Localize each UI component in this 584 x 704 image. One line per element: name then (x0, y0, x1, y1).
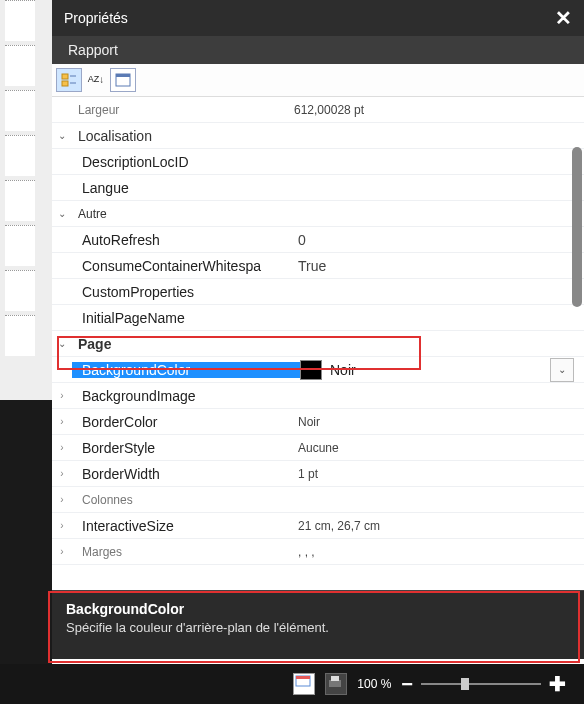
chevron-down-icon[interactable]: ⌄ (52, 208, 72, 219)
print-layout-icon[interactable] (325, 673, 347, 695)
property-pages-button[interactable] (110, 68, 136, 92)
zoom-track[interactable] (421, 683, 541, 685)
chevron-right-icon[interactable]: › (52, 468, 72, 479)
prop-value: 612,00028 pt (288, 103, 584, 117)
zoom-thumb[interactable] (461, 678, 469, 690)
zoom-value: 100 % (357, 677, 391, 691)
description-text: Spécifie la couleur d'arrière-plan de l'… (66, 620, 570, 635)
chevron-right-icon[interactable]: › (52, 442, 72, 453)
zoom-in-button[interactable]: ✚ (549, 672, 566, 696)
categorized-view-button[interactable] (56, 68, 82, 92)
status-bar: 100 % − ✚ (0, 664, 584, 704)
backgroundcolor-input[interactable] (328, 361, 452, 379)
category-autre[interactable]: ⌄ Autre (52, 201, 584, 227)
prop-row-colonnes[interactable]: › Colonnes (52, 487, 584, 513)
alpha-sort-button[interactable]: AZ↓ (84, 68, 108, 90)
category-page[interactable]: ⌄ Page (52, 331, 584, 357)
category-localisation[interactable]: ⌄ Localisation (52, 123, 584, 149)
svg-rect-1 (62, 81, 68, 86)
close-icon[interactable]: ✕ (555, 6, 572, 30)
property-grid[interactable]: Largeur 612,00028 pt ⌄ Localisation Desc… (52, 97, 584, 590)
prop-row-borderstyle[interactable]: › BorderStyle Aucune (52, 435, 584, 461)
properties-toolbar: AZ↓ (52, 64, 584, 97)
zoom-out-button[interactable]: − (401, 673, 413, 696)
prop-row-backgroundcolor[interactable]: BackgroundColor ⌄ (52, 357, 584, 383)
scrollbar-thumb[interactable] (572, 147, 582, 307)
chevron-right-icon[interactable]: › (52, 546, 72, 557)
svg-rect-9 (331, 676, 339, 681)
prop-row-bordercolor[interactable]: › BorderColor Noir (52, 409, 584, 435)
left-ruler-strip (0, 0, 52, 704)
prop-row-customproperties[interactable]: CustomProperties (52, 279, 584, 305)
properties-panel: Propriétés ✕ Rapport AZ↓ Largeur 612,000… (52, 0, 584, 659)
property-description-box: BackgroundColor Spécifie la couleur d'ar… (52, 590, 584, 659)
chevron-right-icon[interactable]: › (52, 390, 72, 401)
prop-row-borderwidth[interactable]: › BorderWidth 1 pt (52, 461, 584, 487)
prop-row-marges[interactable]: › Marges , , , (52, 539, 584, 565)
chevron-down-icon[interactable]: ⌄ (52, 338, 72, 349)
chevron-down-icon[interactable]: ⌄ (52, 130, 72, 141)
chevron-right-icon[interactable]: › (52, 520, 72, 531)
chevron-right-icon[interactable]: › (52, 416, 72, 427)
panel-title: Propriétés (64, 10, 128, 26)
dropdown-button[interactable]: ⌄ (550, 358, 574, 382)
prop-row-interactivesize[interactable]: › InteractiveSize 21 cm, 26,7 cm (52, 513, 584, 539)
zoom-slider[interactable]: − ✚ (401, 672, 566, 696)
selected-object-name: Rapport (52, 36, 584, 64)
prop-row-langue[interactable]: Langue (52, 175, 584, 201)
svg-rect-8 (329, 680, 341, 687)
prop-row-consumecontainerwhitespace[interactable]: ConsumeContainerWhitespa True (52, 253, 584, 279)
chevron-right-icon[interactable]: › (52, 494, 72, 505)
screen-layout-icon[interactable] (293, 673, 315, 695)
description-title: BackgroundColor (66, 601, 570, 617)
prop-row-backgroundimage[interactable]: › BackgroundImage (52, 383, 584, 409)
svg-rect-0 (62, 74, 68, 79)
color-swatch (300, 360, 322, 380)
svg-rect-7 (296, 676, 310, 679)
prop-row-initialpagename[interactable]: InitialPageName (52, 305, 584, 331)
prop-label: Largeur (72, 103, 288, 117)
svg-rect-5 (116, 74, 130, 77)
prop-row-autorefresh[interactable]: AutoRefresh 0 (52, 227, 584, 253)
prop-row-descriptionlocid[interactable]: DescriptionLocID (52, 149, 584, 175)
prop-row-largeur[interactable]: Largeur 612,00028 pt (52, 97, 584, 123)
